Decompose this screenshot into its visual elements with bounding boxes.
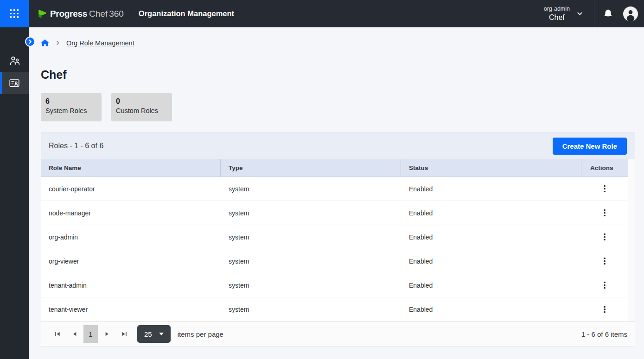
org-name-label: Chef (549, 13, 565, 22)
cell-status: Enabled (401, 273, 581, 297)
breadcrumb-current-link[interactable]: Org Role Management (66, 39, 134, 47)
cell-role-name: tenant-viewer (41, 297, 221, 321)
app-launcher-icon (10, 9, 19, 18)
cell-type: system (221, 177, 401, 201)
table-wrap: Role Name Type Status Actions courier-op… (41, 159, 635, 321)
header-divider (131, 7, 131, 20)
sidebar-item-users[interactable] (0, 50, 29, 72)
breadcrumb-home-link[interactable] (41, 39, 49, 47)
roles-table-card: Roles - 1 - 6 of 6 Create New Role Role … (41, 132, 635, 346)
cell-type: system (221, 273, 401, 297)
cell-role-name: courier-operator (41, 177, 221, 201)
account-button[interactable] (623, 6, 638, 21)
next-page-icon (104, 331, 110, 337)
table-row: tenant-admin system Enabled (41, 273, 628, 297)
cell-status: Enabled (401, 201, 581, 225)
cell-type: system (221, 201, 401, 225)
sidebar (0, 27, 29, 359)
table-row: courier-operator system Enabled (41, 177, 628, 201)
cell-type: system (221, 225, 401, 249)
cell-status: Enabled (401, 225, 581, 249)
cell-status: Enabled (401, 177, 581, 201)
brand-chef-text: Chef (89, 9, 108, 19)
table-row: org-admin system Enabled (41, 225, 628, 249)
stat-value: 0 (116, 97, 167, 106)
cell-status: Enabled (401, 249, 581, 273)
progress-logo-icon (36, 8, 48, 19)
kebab-icon (604, 282, 605, 283)
page-title: Chef (41, 68, 644, 81)
org-role-label: org-admin (544, 5, 570, 13)
cell-type: system (221, 249, 401, 273)
row-actions-menu-button[interactable] (598, 230, 612, 244)
table-header-row: Role Name Type Status Actions (41, 159, 628, 177)
cell-role-name: org-admin (41, 225, 221, 249)
chevron-right-icon (28, 39, 32, 44)
caret-down-icon (159, 333, 164, 335)
first-page-icon (55, 331, 60, 337)
page-size-select[interactable]: 25 (137, 325, 171, 343)
chevron-right-icon (55, 40, 61, 46)
sidebar-expand-button[interactable] (26, 38, 34, 46)
org-switcher[interactable]: org-admin Chef (544, 5, 584, 22)
brand-progress-text: Progress (50, 9, 87, 19)
kebab-icon (604, 185, 605, 187)
column-header-type: Type (221, 159, 401, 176)
stat-card-system-roles: 6 System Roles (41, 93, 102, 121)
breadcrumb: Org Role Management (29, 27, 644, 47)
pagination-range-label: 1 - 6 of 6 items (581, 330, 627, 338)
pager: 1 25 (49, 325, 223, 343)
last-page-icon (121, 331, 127, 337)
kebab-icon (604, 258, 605, 259)
table-toolbar: Roles - 1 - 6 of 6 Create New Role (41, 132, 635, 159)
kebab-icon (604, 209, 605, 211)
previous-page-icon (72, 331, 77, 337)
cell-role-name: org-viewer (41, 249, 221, 273)
brand-suffix-text: 360 (109, 9, 124, 19)
notifications-button[interactable] (594, 0, 621, 27)
create-new-role-button[interactable]: Create New Role (553, 138, 627, 155)
kebab-icon (604, 233, 605, 235)
row-actions-menu-button[interactable] (598, 278, 612, 292)
table-row: tenant-viewer system Enabled (41, 297, 628, 321)
last-page-button[interactable] (115, 326, 133, 343)
app-launcher-button[interactable] (0, 0, 29, 27)
page-size-value: 25 (144, 330, 152, 338)
row-actions-menu-button[interactable] (598, 254, 612, 268)
users-icon (8, 55, 21, 67)
pagination-bar: 1 25 (41, 321, 635, 346)
table-scrollbar-track[interactable] (628, 159, 635, 321)
stat-label: Custom Roles (116, 107, 167, 114)
cell-role-name: tenant-admin (41, 273, 221, 297)
table-row: org-viewer system Enabled (41, 249, 628, 273)
stats-cards: 6 System Roles 0 Custom Roles (41, 93, 644, 121)
column-header-actions: Actions (581, 159, 628, 176)
brand-logo[interactable]: Progress Chef 360 (36, 8, 124, 19)
stat-value: 6 (45, 97, 97, 106)
previous-page-button[interactable] (66, 326, 83, 343)
cell-status: Enabled (401, 297, 581, 321)
stat-card-custom-roles: 0 Custom Roles (111, 93, 172, 121)
column-header-status: Status (401, 159, 581, 176)
table-title: Roles - 1 - 6 of 6 (49, 142, 103, 150)
bell-icon (603, 8, 613, 19)
row-actions-menu-button[interactable] (598, 206, 612, 220)
stat-label: System Roles (45, 107, 97, 114)
sidebar-item-org-roles[interactable] (0, 72, 29, 94)
app-title: Organization Management (139, 9, 234, 18)
column-header-role-name: Role Name (41, 159, 221, 176)
row-actions-menu-button[interactable] (598, 182, 612, 196)
home-icon (41, 39, 49, 47)
chevron-down-icon (576, 10, 584, 18)
next-page-button[interactable] (98, 326, 115, 343)
cell-role-name: node-manager (41, 201, 221, 225)
first-page-button[interactable] (49, 326, 66, 343)
kebab-icon (604, 306, 605, 308)
main-content: Org Role Management Chef 6 System Roles … (29, 27, 644, 359)
top-header: Progress Chef 360 Organization Managemen… (0, 0, 644, 27)
row-actions-menu-button[interactable] (598, 302, 612, 316)
table-row: node-manager system Enabled (41, 201, 628, 225)
current-page-button[interactable]: 1 (83, 325, 98, 343)
cell-type: system (221, 297, 401, 321)
avatar-icon (623, 6, 638, 21)
